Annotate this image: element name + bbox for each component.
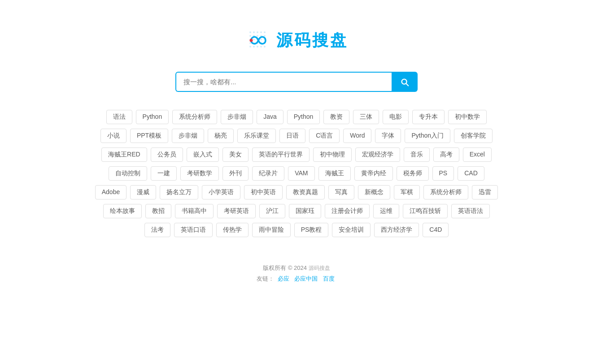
tag-item[interactable]: Excel	[463, 147, 492, 162]
svg-point-7	[257, 35, 258, 37]
tag-item[interactable]: 自动控制	[109, 166, 147, 181]
svg-point-20	[249, 46, 251, 48]
tag-item[interactable]: 海贼王RED	[101, 147, 147, 162]
tag-item[interactable]: 扬名立万	[160, 185, 198, 199]
tag-item[interactable]: 宏观经济学	[355, 147, 400, 162]
tag-item[interactable]: Java	[257, 110, 283, 124]
tag-item[interactable]: 步非烟	[172, 129, 204, 143]
tag-item[interactable]: Python入门	[405, 129, 450, 143]
tag-item[interactable]: PS	[432, 166, 454, 181]
tag-item[interactable]: PPT模板	[130, 129, 168, 143]
tag-item[interactable]: 绘本故事	[103, 204, 142, 218]
svg-point-2	[257, 31, 258, 33]
tag-item[interactable]: 乐乐课堂	[237, 129, 276, 143]
tag-item[interactable]: 教资	[323, 110, 349, 124]
svg-point-0	[249, 31, 251, 33]
search-bar	[175, 72, 418, 92]
tag-item[interactable]: 教招	[145, 204, 171, 218]
tag-item[interactable]: 电影	[383, 110, 409, 124]
tag-item[interactable]: 公务员	[151, 147, 183, 162]
tag-item[interactable]: 杨亮	[208, 129, 234, 143]
tag-item[interactable]: 初中数学	[448, 110, 487, 124]
svg-point-23	[260, 46, 262, 48]
tag-item[interactable]: 教资真题	[286, 185, 325, 199]
svg-point-25	[250, 39, 253, 42]
tag-item[interactable]: Word	[343, 129, 371, 143]
tag-item[interactable]: 日语	[279, 129, 305, 143]
copyright-text: 版权所有 © 2024 源码搜盘	[257, 264, 336, 272]
search-input[interactable]	[175, 72, 392, 92]
tag-item[interactable]: Python	[287, 110, 320, 124]
tag-item[interactable]: 雨中冒险	[252, 223, 291, 237]
tag-item[interactable]: 语法	[106, 110, 132, 124]
tag-item[interactable]: 新概念	[358, 185, 390, 199]
tag-item[interactable]: PS教程	[294, 223, 329, 237]
tag-item[interactable]: 西方经济学	[374, 223, 419, 237]
footer-link-biying[interactable]: 必应	[278, 275, 289, 282]
svg-point-1	[253, 31, 255, 33]
tag-item[interactable]: 法考	[144, 223, 170, 237]
tag-item[interactable]: 美女	[222, 147, 249, 162]
search-button[interactable]	[392, 72, 418, 92]
tag-item[interactable]: 注册会计师	[325, 204, 370, 218]
tag-item[interactable]: 英语的平行世界	[252, 147, 310, 162]
tag-item[interactable]: 初中物理	[313, 147, 352, 162]
tag-item[interactable]: 写真	[328, 185, 354, 199]
tag-item[interactable]: 安全培训	[332, 223, 371, 237]
footer-link-baidu[interactable]: 百度	[323, 275, 335, 282]
logo-icon	[245, 27, 272, 54]
svg-point-3	[260, 31, 262, 33]
svg-point-24	[264, 46, 266, 48]
site-title: 源码搜盘	[276, 30, 348, 52]
tag-item[interactable]: 运维	[373, 204, 399, 218]
svg-point-11	[253, 39, 255, 40]
svg-point-5	[249, 35, 251, 37]
svg-point-9	[264, 35, 266, 37]
tag-item[interactable]: 嵌入式	[187, 147, 219, 162]
footer-link-biying-china[interactable]: 必应中国	[294, 275, 318, 282]
tag-item[interactable]: 步非烟	[221, 110, 253, 124]
tag-item[interactable]: 漫威	[130, 185, 156, 199]
tag-item[interactable]: 专升本	[412, 110, 445, 124]
tag-item[interactable]: 创客学院	[454, 129, 493, 143]
tag-item[interactable]: 考研英语	[217, 204, 256, 218]
tag-item[interactable]: 三体	[353, 110, 379, 124]
svg-point-21	[253, 46, 255, 48]
tag-item[interactable]: VAM	[288, 166, 314, 181]
tag-item[interactable]: 初中英语	[244, 185, 283, 199]
tag-item[interactable]: Python	[136, 110, 169, 124]
tag-item[interactable]: 江鸣百技斩	[403, 204, 448, 218]
tag-item[interactable]: Adobe	[95, 185, 126, 199]
search-icon	[400, 77, 410, 87]
footer-links: 友链： 必应 必应中国 百度	[257, 275, 336, 283]
tag-item[interactable]: 外刊	[222, 166, 249, 181]
tag-item[interactable]: 税务师	[397, 166, 429, 181]
tag-item[interactable]: 纪录片	[252, 166, 284, 181]
tag-item[interactable]: CAD	[458, 166, 484, 181]
tag-item[interactable]: 传热学	[216, 223, 249, 237]
tag-item[interactable]: 迅雷	[472, 185, 498, 199]
tag-item[interactable]: 小学英语	[202, 185, 240, 199]
tag-item[interactable]: 沪江	[259, 204, 285, 218]
tag-item[interactable]: 音乐	[404, 147, 430, 162]
logo-area: 源码搜盘	[245, 27, 348, 54]
tag-item[interactable]: 英语语法	[451, 204, 490, 218]
tag-item[interactable]: C4D	[423, 223, 449, 237]
tag-item[interactable]: 字体	[375, 129, 401, 143]
tag-item[interactable]: 国家珏	[289, 204, 321, 218]
tag-item[interactable]: 黄帝内经	[354, 166, 393, 181]
tag-item[interactable]: 高考	[433, 147, 459, 162]
tag-item[interactable]: 一建	[151, 166, 177, 181]
tag-item[interactable]: 军棋	[394, 185, 420, 199]
svg-point-13	[260, 39, 262, 40]
tag-item[interactable]: 小说	[100, 129, 126, 143]
tag-item[interactable]: 考研数学	[180, 166, 219, 181]
tag-item[interactable]: 海贼王	[318, 166, 351, 181]
tags-area: 语法Python系统分析师步非烟JavaPython教资三体电影专升本初中数学小…	[95, 110, 498, 237]
tag-item[interactable]: 书籍高中	[175, 204, 214, 218]
tag-item[interactable]: 英语口语	[174, 223, 213, 237]
svg-point-4	[264, 31, 266, 33]
tag-item[interactable]: C语言	[309, 129, 340, 143]
tag-item[interactable]: 系统分析师	[172, 110, 217, 124]
tag-item[interactable]: 系统分析师	[423, 185, 468, 199]
